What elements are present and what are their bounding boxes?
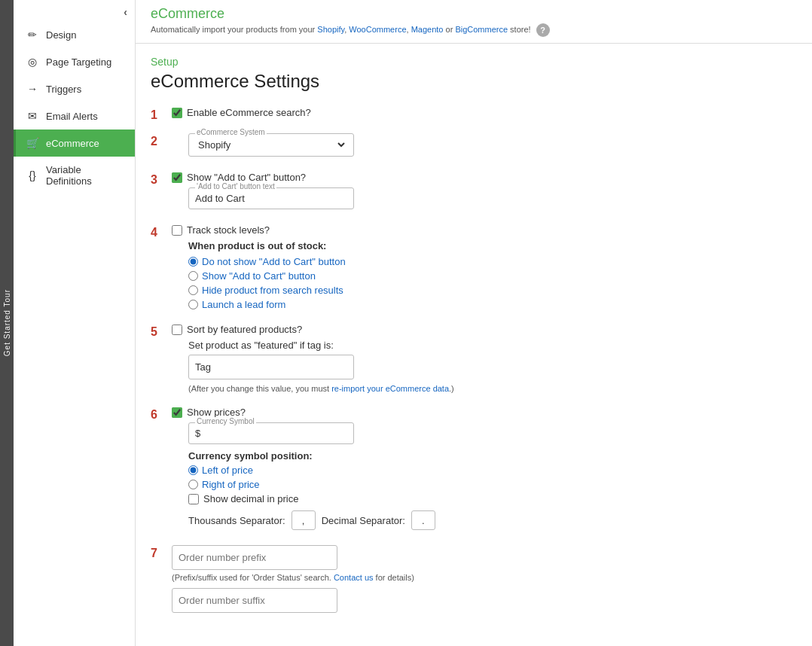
show-decimal-label[interactable]: Show decimal in price (203, 493, 298, 504)
sidebar-item-page-targeting[interactable]: ◎Page Targeting (14, 48, 135, 75)
radio-launch-lead-form-input[interactable] (188, 300, 198, 309)
add-to-cart-text-field: 'Add to Cart' button text (188, 187, 354, 209)
header-title: eCommerce (151, 6, 797, 22)
sidebar-item-ecommerce[interactable]: 🛒eCommerce (14, 130, 135, 157)
radio-hide-from-search-input[interactable] (188, 285, 198, 295)
woocommerce-link[interactable]: WooCommerce (349, 25, 406, 34)
radio-left-of-price-input[interactable] (188, 465, 198, 475)
ecommerce-system-select[interactable]: Shopify WooCommerce Magento BigCommerce (195, 139, 347, 151)
sidebar-item-label-page-targeting: Page Targeting (46, 56, 126, 68)
sidebar-item-design[interactable]: ✏Design (14, 21, 135, 48)
sidebar-item-label-design: Design (46, 29, 126, 41)
thousands-separator-input[interactable] (292, 510, 316, 530)
show-prices-label[interactable]: Show prices? (187, 407, 246, 418)
show-prices-checkbox[interactable] (172, 407, 182, 418)
sort-by-featured-label[interactable]: Sort by featured products? (187, 324, 302, 335)
step-7-num: 7 (151, 547, 169, 560)
radio-show-add-to-cart[interactable]: Show "Add to Cart" button (188, 270, 797, 282)
bigcommerce-link[interactable]: BigCommerce (455, 25, 508, 34)
tag-label: Set product as "featured" if tag is: (188, 340, 797, 351)
show-decimal-row: Show decimal in price (188, 493, 797, 504)
step-7-hint: (Prefix/suffix used for 'Order Status' s… (172, 573, 797, 582)
radio-launch-lead-form[interactable]: Launch a lead form (188, 299, 797, 310)
radio-show-add-to-cart-input[interactable] (188, 271, 198, 281)
decimal-separator-label: Decimal Separator: (322, 515, 405, 526)
magento-link[interactable]: Magento (411, 25, 444, 34)
ecommerce-system-legend: eCommerce System (195, 128, 267, 136)
add-to-cart-text-legend: 'Add to Cart' button text (195, 182, 276, 190)
step-6-label: Show prices? (172, 407, 797, 418)
step-5-label: Sort by featured products? (172, 324, 797, 335)
sidebar-item-label-variable-definitions: Variable Definitions (46, 164, 126, 187)
header-subtitle-text: Automatically import your products from … (151, 25, 531, 34)
contact-us-link[interactable]: Contact us (334, 573, 374, 582)
out-of-stock-radio-group: Do not show "Add to Cart" button Show "A… (188, 256, 797, 310)
tag-input-wrap (188, 355, 354, 379)
show-add-to-cart-checkbox[interactable] (172, 172, 182, 183)
radio-hide-from-search-label: Hide product from search results (202, 285, 343, 296)
currency-symbol-legend: Currency Symbol (195, 417, 256, 425)
step-7-content: (Prefix/suffix used for 'Order Status' s… (172, 545, 797, 613)
sidebar-collapse-button[interactable]: ‹ (0, 0, 135, 21)
setup-label: Setup (151, 56, 797, 68)
variable-definitions-icon: {} (25, 169, 40, 181)
currency-symbol-field: Currency Symbol (188, 422, 354, 444)
separator-row: Thousands Separator: Decimal Separator: (188, 510, 797, 530)
add-to-cart-text-input[interactable] (195, 193, 347, 204)
order-prefix-wrap (172, 545, 337, 570)
order-prefix-input[interactable] (179, 552, 331, 563)
sidebar-item-triggers[interactable]: →Triggers (14, 75, 135, 102)
sidebar-item-label-email-alerts: Email Alerts (46, 111, 126, 122)
step-3-content: Show "Add to Cart" button? 'Add to Cart'… (172, 172, 797, 214)
step-7-row: 7 (Prefix/suffix used for 'Order Status'… (151, 545, 797, 613)
help-icon[interactable]: ? (536, 23, 550, 37)
step-6-row: 6 Show prices? Currency Symbol Currency … (151, 407, 797, 535)
order-suffix-input[interactable] (179, 595, 331, 606)
step-1-content: Enable eCommerce search? (172, 107, 797, 123)
radio-no-add-to-cart[interactable]: Do not show "Add to Cart" button (188, 256, 797, 267)
currency-position-title: Currency symbol position: (188, 450, 797, 462)
sidebar-nav: ✏Design◎Page Targeting→Triggers✉Email Al… (14, 21, 135, 646)
step-2-num: 2 (151, 135, 169, 148)
step-1-num: 1 (151, 108, 169, 122)
enable-ecommerce-checkbox[interactable] (172, 108, 182, 118)
decimal-separator-input[interactable] (411, 510, 435, 530)
radio-launch-lead-form-label: Launch a lead form (202, 299, 285, 310)
sidebar-item-variable-definitions[interactable]: {}Variable Definitions (14, 157, 135, 194)
shopify-link[interactable]: Shopify (317, 25, 344, 34)
tour-label: Get Started Tour (3, 289, 11, 356)
tag-input[interactable] (195, 361, 347, 373)
radio-hide-from-search[interactable]: Hide product from search results (188, 285, 797, 296)
main-content: eCommerce Automatically import your prod… (136, 0, 812, 646)
triggers-icon: → (25, 83, 40, 95)
radio-right-of-price[interactable]: Right of price (188, 479, 797, 490)
settings-content: Setup eCommerce Settings 1 Enable eComme… (136, 44, 812, 646)
email-alerts-icon: ✉ (25, 110, 40, 122)
currency-symbol-input[interactable] (195, 428, 347, 439)
collapse-icon: ‹ (124, 6, 127, 18)
radio-left-of-price[interactable]: Left of price (188, 465, 797, 476)
sidebar-item-email-alerts[interactable]: ✉Email Alerts (14, 102, 135, 130)
step-2-content: eCommerce System Shopify WooCommerce Mag… (172, 133, 797, 161)
radio-left-of-price-label: Left of price (202, 465, 253, 476)
ecommerce-system-field: eCommerce System Shopify WooCommerce Mag… (188, 133, 354, 157)
step-3-row: 3 Show "Add to Cart" button? 'Add to Car… (151, 172, 797, 214)
currency-position-radio-group: Left of price Right of price (188, 465, 797, 490)
track-stock-checkbox[interactable] (172, 225, 182, 236)
radio-right-of-price-input[interactable] (188, 480, 198, 489)
track-stock-label[interactable]: Track stock levels? (187, 224, 270, 236)
reimport-link[interactable]: re-import your eCommerce data (331, 384, 449, 393)
enable-ecommerce-label[interactable]: Enable eCommerce search? (187, 107, 311, 118)
thousands-separator-label: Thousands Separator: (188, 515, 285, 526)
step-5-hint: (After you change this value, you must r… (188, 384, 797, 393)
radio-show-add-to-cart-label: Show "Add to Cart" button (202, 270, 316, 282)
radio-no-add-to-cart-input[interactable] (188, 257, 198, 267)
design-icon: ✏ (25, 29, 40, 41)
header-subtitle: Automatically import your products from … (151, 23, 797, 37)
show-decimal-checkbox[interactable] (188, 494, 199, 504)
show-add-to-cart-label[interactable]: Show "Add to Cart" button? (187, 172, 306, 183)
sort-by-featured-checkbox[interactable] (172, 325, 182, 335)
get-started-tour[interactable]: Get Started Tour (0, 0, 14, 646)
order-suffix-wrap (172, 588, 337, 613)
radio-right-of-price-label: Right of price (202, 479, 260, 490)
